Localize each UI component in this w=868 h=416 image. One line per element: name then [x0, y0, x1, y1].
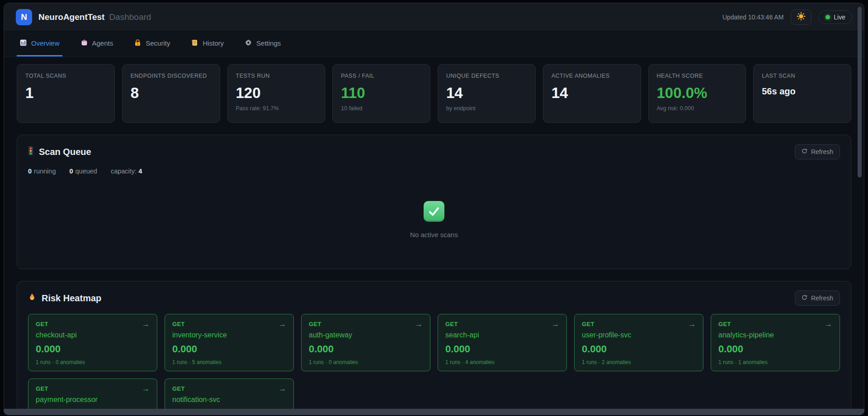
endpoint-name: payment-processor: [36, 396, 150, 404]
tab-overview[interactable]: Overview: [17, 31, 62, 56]
endpoint-name: auth-gateway: [309, 331, 423, 339]
stat-card-unique-defects: UNIQUE DEFECTS 14 by endpoint: [438, 64, 536, 123]
window-bottom-edge: [4, 409, 864, 415]
app-name: NeuroAgentTest: [38, 12, 104, 22]
stats-grid: TOTAL SCANS 1 ENDPOINTS DISCOVERED 8 TES…: [17, 64, 851, 123]
vertical-scrollbar-thumb[interactable]: [858, 7, 862, 178]
arrow-right-icon: →: [825, 320, 832, 328]
tab-bar: Overview Agents Security History Setting…: [4, 31, 864, 57]
risk-heatmap-header: Risk Heatmap Refresh: [28, 290, 840, 306]
live-label: Live: [834, 14, 845, 21]
risk-score: 0.000: [309, 343, 423, 355]
stat-sub: Pass rate: 91.7%: [236, 105, 317, 112]
robot-icon: [80, 39, 88, 48]
stat-label: HEALTH SCORE: [657, 72, 738, 80]
method-label: GET: [36, 385, 48, 392]
refresh-label: Refresh: [811, 148, 833, 155]
queue-empty-state: No active scans: [28, 201, 840, 249]
tab-label: Overview: [31, 39, 60, 47]
lock-icon: [134, 39, 142, 48]
endpoint-name: inventory-service: [172, 331, 286, 339]
stat-value: 110: [341, 84, 422, 102]
tab-label: Agents: [92, 39, 113, 47]
risk-card-payment-processor[interactable]: GET→ payment-processor 0.000: [28, 379, 157, 409]
endpoint-name: search-api: [445, 331, 559, 339]
tab-label: Security: [146, 39, 170, 47]
tab-security[interactable]: Security: [131, 31, 173, 56]
risk-card-analytics-pipeline[interactable]: GET→ analytics-pipeline 0.000 1 runs · 1…: [711, 314, 840, 371]
gear-icon: [245, 39, 252, 48]
method-label: GET: [718, 321, 731, 327]
stat-sub: Avg risk: 0.000: [657, 105, 738, 112]
updated-timestamp: Updated 10:43:46 AM: [722, 14, 783, 21]
refresh-icon: [802, 294, 807, 302]
app-window: N NeuroAgentTest Dashboard Updated 10:43…: [4, 3, 864, 409]
risk-card-inventory-service[interactable]: GET→ inventory-service 0.000 1 runs · 5 …: [165, 314, 294, 371]
tab-agents[interactable]: Agents: [78, 31, 116, 56]
risk-score: 0.000: [36, 343, 150, 355]
endpoint-name: user-profile-svc: [582, 331, 696, 339]
risk-score: 0.000: [718, 343, 832, 355]
method-label: GET: [582, 321, 594, 327]
arrow-right-icon: →: [278, 320, 286, 328]
traffic-light-icon: [28, 146, 33, 158]
method-label: GET: [309, 321, 321, 327]
stat-label: UNIQUE DEFECTS: [446, 72, 527, 80]
arrow-right-icon: →: [552, 320, 559, 328]
stat-label: ENDPOINTS DISCOVERED: [131, 72, 212, 80]
theme-toggle-button[interactable]: [791, 9, 811, 25]
arrow-right-icon: →: [688, 320, 696, 328]
risk-sub: 1 runs · 2 anomalies: [582, 359, 696, 365]
arrow-right-icon: →: [278, 385, 286, 393]
risk-card-checkout-api[interactable]: GET→ checkout-api 0.000 1 runs · 0 anoma…: [28, 314, 157, 371]
stat-value: 100.0%: [657, 84, 738, 102]
arrow-right-icon: →: [415, 320, 423, 328]
stat-value: 56s ago: [762, 86, 843, 97]
refresh-icon: [802, 148, 807, 155]
risk-sub: 1 runs · 5 anomalies: [172, 359, 286, 365]
method-label: GET: [172, 385, 185, 392]
scan-queue-header: Scan Queue Refresh: [28, 144, 840, 159]
header-right: Updated 10:43:46 AM Live: [722, 9, 852, 25]
risk-card-notification-svc[interactable]: GET→ notification-svc 0.000: [165, 379, 294, 409]
stat-value: 120: [236, 84, 317, 102]
stat-label: ACTIVE ANOMALIES: [552, 72, 632, 80]
risk-card-user-profile-svc[interactable]: GET→ user-profile-svc 0.000 1 runs · 2 a…: [574, 314, 703, 371]
stat-card-total-scans: TOTAL SCANS 1: [17, 64, 115, 123]
endpoint-name: checkout-api: [36, 331, 150, 339]
risk-card-search-api[interactable]: GET→ search-api 0.000 1 runs · 4 anomali…: [438, 314, 567, 371]
queue-capacity: capacity: 4: [111, 168, 144, 175]
stat-card-last-scan: LAST SCAN 56s ago: [753, 64, 851, 123]
stat-value: 8: [131, 84, 212, 102]
endpoint-name: analytics-pipeline: [718, 331, 832, 339]
tab-settings[interactable]: Settings: [242, 31, 283, 56]
header: N NeuroAgentTest Dashboard Updated 10:43…: [4, 3, 864, 31]
stat-card-tests-run: TESTS RUN 120 Pass rate: 91.7%: [227, 64, 326, 123]
check-icon: [424, 201, 444, 222]
page-title: Dashboard: [109, 12, 151, 22]
tab-history[interactable]: History: [188, 31, 226, 56]
refresh-button[interactable]: Refresh: [795, 290, 840, 306]
scan-queue-panel: Scan Queue Refresh 0running 0queued capa…: [17, 135, 851, 269]
stat-sub: 10 failed: [341, 105, 422, 112]
queue-running: 0running: [28, 168, 56, 175]
stat-sub: by endpoint: [446, 105, 527, 112]
app-logo: N: [16, 9, 32, 25]
arrow-right-icon: →: [142, 320, 150, 328]
risk-score: 0.000: [582, 343, 696, 355]
refresh-button[interactable]: Refresh: [795, 144, 840, 159]
live-badge[interactable]: Live: [819, 10, 852, 24]
risk-score: 0.000: [445, 343, 559, 355]
queue-meta: 0running 0queued capacity: 4: [28, 168, 840, 175]
live-status-dot: [826, 15, 830, 19]
method-label: GET: [172, 321, 185, 327]
stat-card-endpoints-discovered: ENDPOINTS DISCOVERED 8: [122, 64, 220, 123]
stat-value: 1: [25, 84, 106, 102]
queue-queued: 0queued: [69, 168, 97, 175]
stat-value: 14: [446, 84, 527, 102]
arrow-right-icon: →: [142, 385, 150, 393]
tab-label: History: [203, 39, 224, 47]
risk-score: 0.000: [172, 343, 286, 355]
risk-card-auth-gateway[interactable]: GET→ auth-gateway 0.000 1 runs · 0 anoma…: [301, 314, 430, 371]
heatmap-grid: GET→ checkout-api 0.000 1 runs · 0 anoma…: [28, 314, 840, 409]
